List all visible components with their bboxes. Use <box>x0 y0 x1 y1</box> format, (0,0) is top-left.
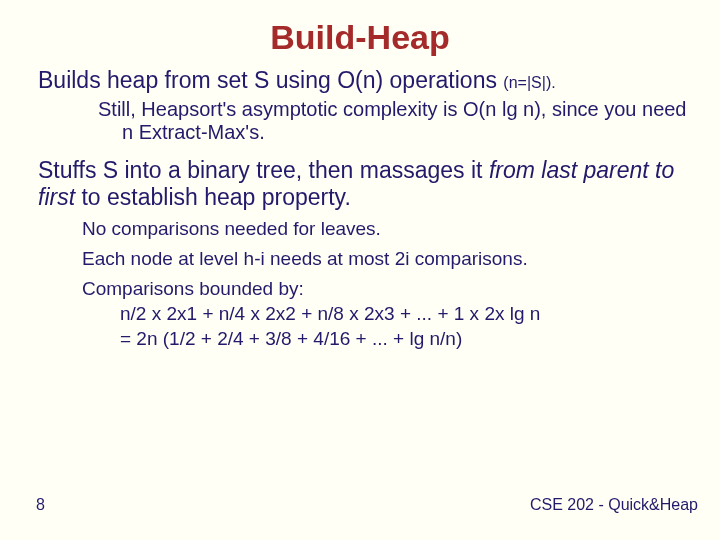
point-1-note: (n=|S|). <box>503 74 555 91</box>
course-label: CSE 202 - Quick&Heap <box>530 496 698 514</box>
point-2-post: to establish heap property. <box>75 184 351 210</box>
slide: Build-Heap Builds heap from set S using … <box>0 0 720 540</box>
point-1-sub: Still, Heapsort's asymptotic complexity … <box>98 98 690 143</box>
point-2-pre: Stuffs S into a binary tree, then massag… <box>38 157 489 183</box>
bullet-level: Each node at level h-i needs at most 2i … <box>82 247 690 271</box>
page-number: 8 <box>36 496 45 514</box>
point-1-main: Builds heap from set S using O(n) operat… <box>38 67 503 93</box>
equation-1: n/2 x 2x1 + n/4 x 2x2 + n/8 x 2x3 + ... … <box>120 302 690 327</box>
slide-title: Build-Heap <box>30 18 690 57</box>
point-2: Stuffs S into a binary tree, then massag… <box>38 157 690 211</box>
bullet-bound: Comparisons bounded by: <box>82 277 690 301</box>
point-1: Builds heap from set S using O(n) operat… <box>38 67 690 94</box>
equation-2: = 2n (1/2 + 2/4 + 3/8 + 4/16 + ... + lg … <box>120 327 690 352</box>
bullet-leaves: No comparisons needed for leaves. <box>82 217 690 241</box>
